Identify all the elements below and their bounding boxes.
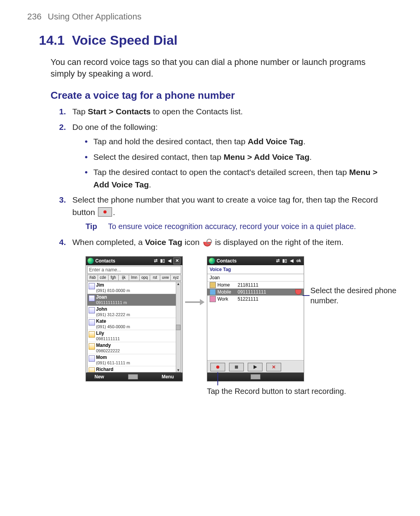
record-button[interactable] (210, 363, 225, 371)
step-2: 2. Do one of the following: Tap and hold… (59, 121, 385, 191)
keyboard-icon[interactable] (128, 374, 138, 380)
delete-button[interactable]: ✕ (266, 363, 281, 371)
keyboard-icon[interactable] (250, 374, 261, 380)
contact-row[interactable]: Joan09111111111 m (88, 294, 176, 306)
phone-number: 21181111 (238, 282, 301, 288)
step-text: is displayed on the right of the item. (213, 238, 343, 247)
contact-name: Joan (96, 295, 175, 300)
running-head: 236 Using Other Applications (27, 12, 393, 22)
phone-type-icon (210, 282, 216, 288)
section-number: 14.1 (39, 33, 65, 47)
volume-icon[interactable]: ◀ (166, 258, 173, 264)
window-title: Contacts (217, 258, 236, 264)
sub-bullets: Tap and hold the desired contact, then t… (84, 135, 385, 191)
alpha-tab[interactable]: fgh (108, 275, 119, 281)
bullet-item: Tap and hold the desired contact, then t… (84, 135, 385, 148)
softkey-menu[interactable]: Menu (162, 374, 174, 380)
step-3: 3. Select the phone number that you want… (59, 194, 385, 232)
tip-text: To ensure voice recognition accuracy, re… (108, 222, 356, 231)
start-icon[interactable] (209, 258, 215, 264)
alpha-tab[interactable]: #ab (87, 275, 98, 281)
contact-name: Jim (96, 283, 175, 288)
title-bar: Contacts ⇄ ▮▯ ◀ ✕ (86, 257, 182, 265)
step-text: Do one of the following: (72, 122, 158, 131)
contact-type-icon (89, 367, 95, 373)
arrow-icon (185, 298, 205, 306)
contact-name: Lily (96, 331, 175, 336)
close-icon[interactable]: ✕ (173, 257, 180, 264)
alpha-tab[interactable]: ijk (118, 275, 129, 281)
contact-phone: (091) 611-1111 m (96, 360, 130, 365)
bullet-text: Select the desired contact, then tap (93, 152, 224, 161)
contact-row[interactable]: Richard0912333333 (88, 366, 176, 373)
section-name: Voice Speed Dial (72, 33, 177, 47)
phone-number-row[interactable]: Mobile09111111111 (207, 289, 304, 296)
contact-row[interactable]: Mom(091) 611-1111 m (88, 354, 176, 366)
contact-phone: 0980222222 (96, 348, 120, 353)
contact-type-icon (89, 283, 95, 289)
phone-number-row[interactable]: Work51221111 (207, 296, 304, 303)
scrollbar[interactable] (176, 282, 181, 372)
callout-record-button: Tap the Record button to start recording… (207, 387, 346, 396)
contact-phone: (091) 312-2222 m (96, 312, 130, 317)
section-title: 14.1 Voice Speed Dial (39, 33, 393, 48)
softkey-new[interactable]: New (94, 374, 104, 380)
contact-row[interactable]: Jim(091) 810-0000 m (88, 282, 176, 294)
contact-row[interactable]: Kate(091) 450-0000 m (88, 318, 176, 330)
phone-number: 09111111111 (238, 289, 294, 295)
bullet-text: Tap and hold the desired contact, then t… (93, 137, 248, 146)
phone-number-row[interactable]: Home21181111 (207, 282, 304, 289)
step-number: 1. (59, 105, 66, 118)
alpha-tab[interactable]: lmn (129, 275, 139, 281)
step-number: 3. (59, 194, 66, 206)
step-text: to open the Contacts list. (150, 107, 243, 116)
body: You can record voice tags so that you ca… (51, 56, 385, 396)
play-button[interactable] (248, 363, 262, 371)
intro-paragraph: You can record voice tags so that you ca… (51, 56, 385, 79)
bullet-item: Select the desired contact, then tap Men… (84, 151, 385, 163)
search-input[interactable]: Enter a name... (87, 266, 181, 274)
title-bar: Contacts ⇄ ▮▯ ◀ ok (207, 257, 304, 265)
phone-number-list[interactable]: Home21181111Mobile09111111111Work5122111… (207, 282, 304, 360)
volume-icon[interactable]: ◀ (289, 258, 295, 264)
page-number: 236 (27, 12, 42, 21)
contact-name: Joan (207, 274, 304, 282)
alpha-tab[interactable]: uvw (160, 275, 170, 281)
contact-row[interactable]: Lily0981111111 (88, 330, 176, 342)
bullet-text: . (303, 137, 306, 146)
step-text: Tap (72, 107, 88, 116)
contact-row[interactable]: Mandy0980222222 (88, 342, 176, 354)
contact-row[interactable]: John(091) 312-2222 m (88, 306, 176, 318)
contact-type-icon (89, 355, 95, 362)
step-number: 2. (59, 121, 66, 133)
contact-type-icon (89, 307, 95, 313)
alpha-tab[interactable]: cde (98, 275, 108, 281)
phone-type-icon (210, 296, 216, 302)
subsection-title: Create a voice tag for a phone number (51, 89, 385, 101)
scroll-thumb[interactable] (176, 325, 180, 330)
step-4: 4. When completed, a Voice Tag icon is d… (59, 236, 385, 248)
alpha-tab[interactable]: opq (139, 275, 150, 281)
start-icon[interactable] (88, 258, 94, 264)
contact-phone: (091) 450-0000 m (96, 324, 130, 329)
connectivity-icon[interactable]: ⇄ (152, 258, 159, 264)
signal-icon: ▮▯ (159, 258, 166, 264)
connectivity-icon[interactable]: ⇄ (275, 258, 281, 264)
contacts-list[interactable]: Jim(091) 810-0000 mJoan09111111111 mJohn… (87, 282, 181, 373)
alpha-tab[interactable]: rst (150, 275, 160, 281)
contact-type-icon (89, 295, 95, 301)
contact-name: Mandy (96, 343, 175, 348)
step-text: . (113, 208, 115, 217)
bullet-text: . (310, 152, 312, 161)
stop-button[interactable] (229, 363, 244, 371)
bullet-item: Tap the desired contact to open the cont… (84, 166, 385, 191)
alpha-tab[interactable]: xyz (170, 275, 181, 281)
bold-text: Start > Contacts (88, 107, 151, 116)
soft-key-bar (207, 373, 304, 381)
phone-type-icon (210, 289, 216, 295)
ok-button[interactable]: ok (296, 258, 302, 264)
voice-tag-icon (203, 239, 212, 247)
tip: TipTo ensure voice recognition accuracy,… (86, 220, 385, 232)
alpha-filter-tabs[interactable]: #abcdefghijklmnopqrstuvwxyz (87, 275, 181, 281)
soft-key-bar: New Menu (86, 373, 182, 381)
